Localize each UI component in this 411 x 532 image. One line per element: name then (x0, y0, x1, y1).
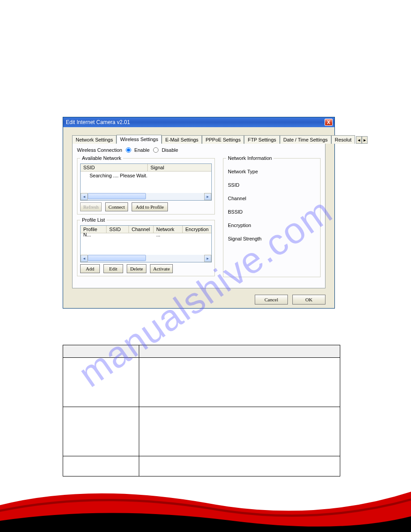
delete-button[interactable]: Delete (127, 264, 146, 273)
desc-header-1 (63, 345, 139, 358)
table-row (63, 456, 139, 476)
radio-enable[interactable]: Enable (126, 147, 150, 153)
available-hscroll[interactable]: ◄ ► (81, 193, 211, 200)
info-ssid: SSID (228, 182, 317, 188)
refresh-button[interactable]: Refresh (80, 202, 102, 211)
add-button[interactable]: Add (80, 264, 100, 273)
profile-list-legend: Profile List (80, 217, 107, 223)
profile-list-header: Profile N... SSID Channel Network ... En… (81, 226, 211, 233)
available-network-list[interactable]: SSID Signal Searching .... Please Wait. … (80, 163, 212, 201)
scroll-right-icon[interactable]: ► (204, 193, 211, 200)
col-profile-name[interactable]: Profile N... (81, 226, 107, 233)
tab-resolution[interactable]: Resolut (331, 135, 355, 144)
col-encryption[interactable]: Encryption (183, 226, 211, 233)
wireless-tab-pane: Wireless Connection Enable Disable Avail… (72, 144, 325, 288)
tab-pppoe-settings[interactable]: PPPoE Settings (202, 135, 244, 144)
tab-email-settings[interactable]: E-Mail Settings (162, 135, 202, 144)
add-to-profile-button[interactable]: Add to Profile (132, 202, 168, 211)
table-row (63, 358, 139, 407)
cancel-button[interactable]: Cancel (255, 295, 288, 305)
radio-enable-label: Enable (134, 147, 150, 153)
ok-button[interactable]: OK (292, 295, 325, 305)
pscroll-track[interactable] (88, 255, 204, 262)
radio-disable[interactable]: Disable (153, 147, 178, 153)
footer-swoosh (0, 478, 411, 532)
info-network-type: Network Type (228, 169, 317, 174)
desc-header-2 (139, 345, 340, 358)
tab-network-settings[interactable]: Network Settings (72, 135, 116, 144)
radio-disable-label: Disable (162, 147, 178, 153)
wireless-connection-row: Wireless Connection Enable Disable (77, 147, 321, 153)
window-title: Edit Internet Camera v2.01 (66, 119, 325, 125)
tab-strip: Network Settings Wireless Settings E-Mai… (72, 134, 325, 144)
title-bar: Edit Internet Camera v2.01 X (63, 117, 334, 127)
description-table (63, 345, 340, 476)
close-icon[interactable]: X (325, 119, 333, 126)
radio-disable-input[interactable] (153, 147, 158, 153)
tab-datetime-settings[interactable]: Date / Time Settings (280, 135, 331, 144)
table-row (63, 407, 139, 456)
dialog-window: Edit Internet Camera v2.01 X Network Set… (63, 117, 335, 309)
table-row (139, 456, 340, 476)
searching-status: Searching .... Please Wait. (90, 173, 147, 178)
scroll-thumb[interactable] (88, 193, 146, 199)
tab-ftp-settings[interactable]: FTP Settings (244, 135, 279, 144)
wireless-connection-label: Wireless Connection (77, 147, 122, 153)
pscroll-left-icon[interactable]: ◄ (81, 255, 88, 262)
profile-list[interactable]: Profile N... SSID Channel Network ... En… (80, 225, 212, 262)
available-network-group: Available Network SSID Signal Searching … (77, 155, 215, 215)
network-info-legend: Network Information (226, 155, 274, 161)
info-bssid: BSSID (228, 209, 317, 215)
network-info-group: Network Information Network Type SSID Ch… (223, 155, 321, 277)
connect-button[interactable]: Connect (105, 202, 128, 211)
col-signal[interactable]: Signal (148, 164, 211, 171)
profile-hscroll[interactable]: ◄ ► (81, 255, 211, 262)
table-row (139, 407, 340, 456)
profile-list-body (81, 233, 211, 255)
pscroll-right-icon[interactable]: ► (204, 255, 211, 262)
col-channel[interactable]: Channel (129, 226, 154, 233)
scroll-left-icon[interactable]: ◄ (81, 193, 88, 200)
tab-scroll-left-icon[interactable]: ◄ (356, 136, 362, 144)
available-network-body: Searching .... Please Wait. (81, 172, 211, 193)
tab-wireless-settings[interactable]: Wireless Settings (116, 135, 162, 144)
radio-enable-input[interactable] (126, 147, 131, 153)
col-pssid[interactable]: SSID (107, 226, 129, 233)
available-network-legend: Available Network (80, 155, 123, 161)
table-row (139, 358, 340, 407)
info-channel: Channel (228, 196, 317, 201)
available-network-header: SSID Signal (81, 164, 211, 172)
col-network[interactable]: Network ... (154, 226, 183, 233)
pscroll-thumb[interactable] (88, 255, 146, 261)
profile-list-group: Profile List Profile N... SSID Channel N… (77, 217, 215, 276)
edit-button[interactable]: Edit (103, 264, 123, 273)
scroll-track[interactable] (88, 193, 204, 200)
info-signal-strength: Signal Strength (228, 236, 317, 241)
info-encryption: Encryption (228, 223, 317, 228)
activate-button[interactable]: Activate (150, 264, 173, 273)
tab-scroll-right-icon[interactable]: ► (362, 136, 368, 144)
dialog-body: Network Settings Wireless Settings E-Mai… (63, 127, 334, 309)
col-ssid[interactable]: SSID (81, 164, 148, 171)
